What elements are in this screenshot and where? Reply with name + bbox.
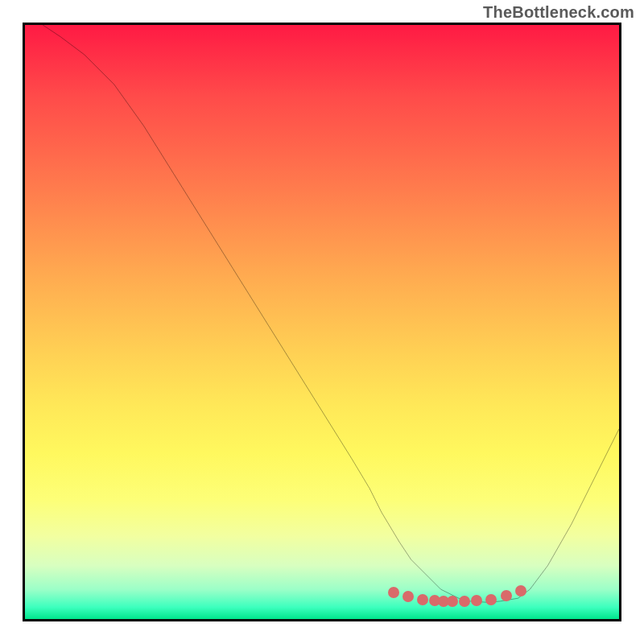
marker-point: [417, 594, 428, 605]
marker-point: [447, 596, 458, 607]
marker-point: [471, 595, 482, 606]
root: TheBottleneck.com: [0, 0, 644, 644]
marker-point: [388, 587, 399, 598]
plot-area: [23, 23, 621, 621]
marker-point: [459, 596, 470, 607]
watermark-label: TheBottleneck.com: [483, 3, 634, 22]
marker-point: [515, 585, 526, 597]
marker-point: [402, 591, 414, 602]
marker-group: [25, 25, 619, 619]
marker-point: [485, 594, 497, 605]
marker-point: [501, 590, 512, 601]
